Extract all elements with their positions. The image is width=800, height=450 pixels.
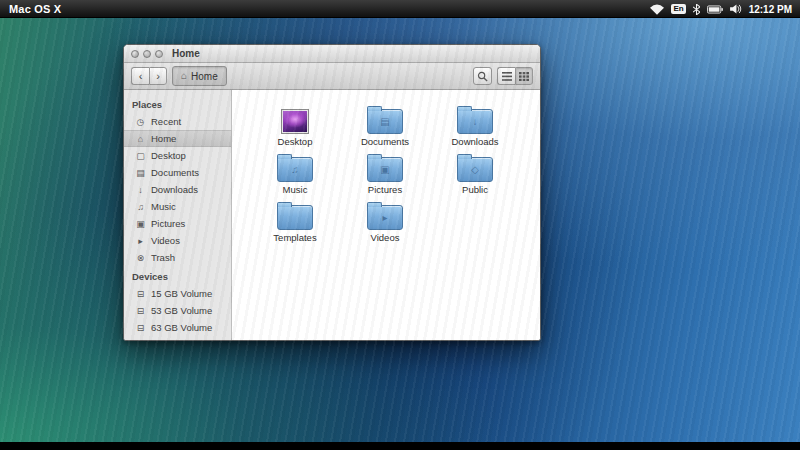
video-icon: ▸	[135, 236, 146, 246]
sidebar-item-downloads[interactable]: ↓ Downloads	[124, 181, 231, 198]
search-button[interactable]	[473, 67, 492, 85]
back-button[interactable]: ‹	[131, 67, 149, 85]
list-view-button[interactable]	[497, 67, 515, 85]
file-item-documents[interactable]: ▤ Documents	[340, 104, 430, 152]
search-icon	[477, 71, 488, 82]
home-icon: ⌂	[181, 71, 187, 81]
file-label: Downloads	[452, 137, 499, 147]
sidebar-item-desktop[interactable]: ▢ Desktop	[124, 147, 231, 164]
view-toggle-group	[497, 67, 533, 85]
screen-bottom-band	[0, 442, 800, 450]
sidebar-item-home[interactable]: ⌂ Home	[124, 130, 231, 147]
sidebar-item-label: Desktop	[151, 150, 186, 161]
folder-emblem	[278, 206, 312, 229]
sidebar-item-label: 15 GB Volume	[151, 288, 212, 299]
file-grid: Desktop ▤ Documents ↓ Downloads ♫ Music	[232, 90, 540, 340]
file-label: Music	[283, 185, 308, 195]
music-note-icon: ♫	[135, 202, 146, 212]
sidebar-item-label: 53 GB Volume	[151, 305, 212, 316]
battery-icon[interactable]	[707, 5, 723, 14]
sidebar-item-label: Documents	[151, 167, 199, 178]
keyboard-layout-badge[interactable]: En	[671, 4, 685, 14]
sidebar-item-label: Home	[151, 133, 176, 144]
video-emblem-icon: ▸	[368, 206, 402, 229]
sidebar-section-places: Places	[124, 94, 231, 113]
sidebar-item-recent[interactable]: ◷ Recent	[124, 113, 231, 130]
file-manager-window: Home ‹ › ⌂ Home	[123, 44, 541, 341]
close-button[interactable]	[131, 50, 139, 58]
list-view-icon	[502, 72, 512, 81]
desktop-wallpaper: Home ‹ › ⌂ Home	[0, 18, 800, 442]
music-emblem-icon: ♫	[278, 158, 312, 181]
folder-icon: ▤	[367, 109, 403, 134]
sidebar-item-pictures[interactable]: ▣ Pictures	[124, 215, 231, 232]
file-item-downloads[interactable]: ↓ Downloads	[430, 104, 520, 152]
folder-icon	[277, 205, 313, 230]
drive-icon: ⊟	[135, 306, 146, 316]
folder-icon: ◇	[457, 157, 493, 182]
menu-bar: Mac OS X En 12:12 PM	[0, 0, 800, 18]
public-emblem-icon: ◇	[458, 158, 492, 181]
file-item-public[interactable]: ◇ Public	[430, 152, 520, 200]
drive-icon: ⊟	[135, 289, 146, 299]
file-item-desktop[interactable]: Desktop	[250, 104, 340, 152]
sidebar-item-documents[interactable]: ▤ Documents	[124, 164, 231, 181]
sidebar-item-label: Videos	[151, 235, 180, 246]
sidebar-item-label: Recent	[151, 116, 181, 127]
sidebar-item-label: Downloads	[151, 184, 198, 195]
sidebar-item-label: 63 GB Volume	[151, 322, 212, 333]
sidebar-item-music[interactable]: ♫ Music	[124, 198, 231, 215]
folder-icon: ▣	[367, 157, 403, 182]
grid-view-icon	[519, 72, 529, 81]
folder-icon: ↓	[457, 109, 493, 134]
file-label: Videos	[371, 233, 400, 243]
volume-icon[interactable]	[730, 4, 742, 14]
file-label: Desktop	[278, 137, 313, 147]
breadcrumb-label: Home	[191, 71, 218, 82]
file-item-templates[interactable]: Templates	[250, 200, 340, 248]
minimize-button[interactable]	[143, 50, 151, 58]
sidebar-item-label: Trash	[151, 252, 175, 263]
picture-emblem-icon: ▣	[368, 158, 402, 181]
file-label: Pictures	[368, 185, 402, 195]
download-emblem-icon: ↓	[458, 110, 492, 133]
wifi-icon[interactable]	[650, 4, 664, 15]
file-label: Templates	[273, 233, 316, 243]
folder-icon: ♫	[277, 157, 313, 182]
file-label: Public	[462, 185, 488, 195]
clock-icon: ◷	[135, 117, 146, 127]
drive-icon: ⊟	[135, 323, 146, 333]
sidebar-item-label: Pictures	[151, 218, 185, 229]
file-item-videos[interactable]: ▸ Videos	[340, 200, 430, 248]
sidebar-item-label: Music	[151, 201, 176, 212]
trash-icon: ⊗	[135, 253, 146, 263]
sidebar-item-volume-15gb[interactable]: ⊟ 15 GB Volume	[124, 285, 231, 302]
window-body: Places ◷ Recent ⌂ Home ▢ Desktop ▤ Docum…	[124, 90, 540, 340]
sidebar: Places ◷ Recent ⌂ Home ▢ Desktop ▤ Docum…	[124, 90, 232, 340]
sidebar-item-videos[interactable]: ▸ Videos	[124, 232, 231, 249]
file-item-music[interactable]: ♫ Music	[250, 152, 340, 200]
sidebar-item-trash[interactable]: ⊗ Trash	[124, 249, 231, 266]
folder-icon: ▸	[367, 205, 403, 230]
grid-view-button[interactable]	[515, 67, 533, 85]
desktop-icon: ▢	[135, 151, 146, 161]
sidebar-item-volume-63gb[interactable]: ⊟ 63 GB Volume	[124, 319, 231, 336]
window-toolbar: ‹ › ⌂ Home	[124, 63, 540, 90]
picture-icon: ▣	[135, 219, 146, 229]
home-icon: ⌂	[135, 134, 146, 144]
window-title-bar[interactable]: Home	[124, 45, 540, 63]
document-emblem-icon: ▤	[368, 110, 402, 133]
document-icon: ▤	[135, 168, 146, 178]
apple-menu-title[interactable]: Mac OS X	[9, 3, 61, 15]
menu-bar-clock[interactable]: 12:12 PM	[749, 4, 792, 15]
file-label: Documents	[361, 137, 409, 147]
sidebar-item-volume-53gb[interactable]: ⊟ 53 GB Volume	[124, 302, 231, 319]
nav-buttons: ‹ ›	[131, 67, 167, 85]
bluetooth-icon[interactable]	[693, 4, 700, 15]
forward-button[interactable]: ›	[149, 67, 167, 85]
download-icon: ↓	[135, 185, 146, 195]
file-item-pictures[interactable]: ▣ Pictures	[340, 152, 430, 200]
window-title: Home	[172, 48, 200, 59]
maximize-button[interactable]	[155, 50, 163, 58]
breadcrumb-home-button[interactable]: ⌂ Home	[172, 66, 227, 86]
